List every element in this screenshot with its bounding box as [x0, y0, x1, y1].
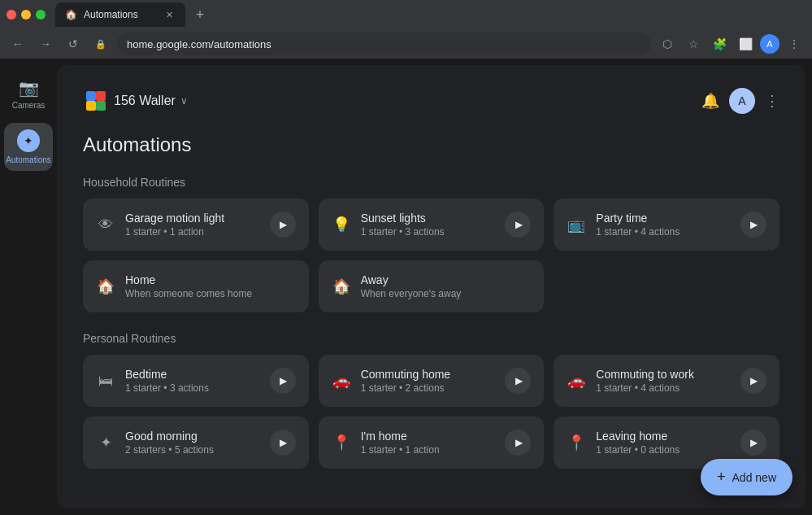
add-new-button[interactable]: + Add new — [701, 459, 792, 495]
tab-title: Automations — [84, 9, 138, 20]
add-new-label: Add new — [732, 471, 776, 484]
play-button-im-home[interactable]: ▶ — [505, 430, 531, 456]
routine-icon-sunset: 💡 — [332, 216, 351, 233]
sidebar-item-cameras[interactable]: 📷 Cameras — [4, 72, 53, 116]
minimize-button[interactable] — [21, 10, 31, 20]
routine-card-away[interactable]: 🏠 Away When everyone's away — [319, 260, 545, 312]
play-icon: ▶ — [750, 375, 758, 386]
play-button-bedtime[interactable]: ▶ — [270, 368, 296, 394]
routine-card-garage-motion-light[interactable]: 👁 Garage motion light 1 starter • 1 acti… — [83, 199, 309, 251]
sidebar-item-automations[interactable]: ✦ Automations — [4, 123, 53, 171]
routine-card-party-time[interactable]: 📺 Party time 1 starter • 4 actions ▶ — [554, 199, 779, 251]
routine-name-good-morning: Good morning — [125, 430, 260, 443]
browser-chrome: 🏠 Automations ✕ + ← → ↺ 🔒 ⬡ ☆ 🧩 ⬜ A ⋮ — [0, 0, 812, 59]
svg-rect-0 — [86, 91, 96, 101]
main-area: 156 Waller ∨ 🔔 A ⋮ Automations Household… — [57, 59, 812, 515]
play-button-good-morning[interactable]: ▶ — [270, 430, 296, 456]
routine-name-sunset: Sunset lights — [361, 212, 496, 225]
routine-info-commuting-home: Commuting home 1 starter • 2 actions — [361, 368, 496, 394]
tab-favicon: 🏠 — [65, 9, 77, 20]
tab-switcher-button[interactable]: ⬜ — [734, 33, 757, 55]
routine-card-good-morning[interactable]: ✦ Good morning 2 starters • 5 actions ▶ — [83, 417, 309, 469]
routine-card-sunset-lights[interactable]: 💡 Sunset lights 1 starter • 3 actions ▶ — [319, 199, 545, 251]
play-button-party[interactable]: ▶ — [740, 212, 766, 238]
google-home-logo — [83, 88, 109, 114]
routine-info-home: Home When someone comes home — [125, 273, 296, 299]
routine-info-bedtime: Bedtime 1 starter • 3 actions — [125, 368, 260, 394]
routine-detail-garage: 1 starter • 1 action — [125, 226, 260, 238]
app-header: 156 Waller ∨ 🔔 A ⋮ — [83, 88, 779, 120]
routine-card-bedtime[interactable]: 🛏 Bedtime 1 starter • 3 actions ▶ — [83, 355, 309, 407]
personal-routines-section: Personal Routines 🛏 Bedtime 1 starter • … — [83, 332, 779, 469]
routine-info-good-morning: Good morning 2 starters • 5 actions — [125, 430, 260, 456]
play-button-leaving-home[interactable]: ▶ — [740, 430, 766, 456]
back-button[interactable]: ← — [7, 33, 29, 55]
bookmark-button[interactable]: ⬡ — [656, 33, 679, 55]
play-icon: ▶ — [280, 437, 287, 448]
play-icon: ▶ — [515, 375, 523, 386]
play-icon: ▶ — [750, 437, 758, 448]
close-button[interactable] — [7, 10, 16, 20]
more-options-button[interactable]: ⋮ — [765, 92, 779, 110]
routine-card-commuting-to-work[interactable]: 🚗 Commuting to work 1 starter • 4 action… — [554, 355, 779, 407]
app-container: 📷 Cameras ✦ Automations — [0, 59, 812, 515]
routine-icon-leaving-home: 📍 — [567, 434, 586, 452]
browser-menu-button[interactable]: ⋮ — [783, 33, 805, 55]
routine-detail-im-home: 1 starter • 1 action — [361, 444, 496, 456]
notifications-button[interactable]: 🔔 — [701, 92, 719, 110]
home-selector[interactable]: 156 Waller ∨ — [83, 88, 188, 114]
routine-name-im-home: I'm home — [361, 430, 496, 443]
routine-info-garage: Garage motion light 1 starter • 1 action — [125, 212, 260, 238]
chevron-down-icon: ∨ — [180, 95, 188, 107]
routine-card-commuting-home[interactable]: 🚗 Commuting home 1 starter • 2 actions ▶ — [319, 355, 545, 407]
automations-icon: ✦ — [17, 129, 40, 152]
star-button[interactable]: ☆ — [682, 33, 705, 55]
refresh-button[interactable]: ↺ — [62, 33, 85, 55]
svg-rect-3 — [96, 101, 106, 111]
main-content: 156 Waller ∨ 🔔 A ⋮ Automations Household… — [57, 65, 805, 508]
sidebar-label-cameras: Cameras — [12, 101, 46, 110]
routine-name-leaving-home: Leaving home — [596, 430, 731, 443]
routine-card-im-home[interactable]: 📍 I'm home 1 starter • 1 action ▶ — [319, 417, 545, 469]
household-routines-title: Household Routines — [83, 176, 779, 189]
play-button-commuting-work[interactable]: ▶ — [740, 368, 766, 394]
play-icon: ▶ — [515, 219, 523, 230]
forward-button[interactable]: → — [34, 33, 57, 55]
browser-actions: ⬡ ☆ 🧩 ⬜ A ⋮ — [656, 33, 805, 55]
browser-profile-avatar[interactable]: A — [760, 34, 779, 54]
routine-icon-commuting-work: 🚗 — [567, 372, 586, 390]
routine-detail-commuting-work: 1 starter • 4 actions — [596, 382, 731, 394]
routine-name-away: Away — [361, 273, 532, 286]
play-button-garage[interactable]: ▶ — [270, 212, 296, 238]
play-button-commuting-home[interactable]: ▶ — [505, 368, 531, 394]
plus-icon: + — [717, 469, 726, 486]
fullscreen-button[interactable] — [36, 10, 46, 20]
routine-info-leaving-home: Leaving home 1 starter • 0 actions — [596, 430, 731, 456]
play-button-sunset[interactable]: ▶ — [505, 212, 531, 238]
routine-detail-bedtime: 1 starter • 3 actions — [125, 382, 260, 394]
user-avatar[interactable]: A — [729, 88, 755, 114]
address-bar-row: ← → ↺ 🔒 ⬡ ☆ 🧩 ⬜ A ⋮ — [0, 29, 812, 59]
header-actions: 🔔 A ⋮ — [701, 88, 779, 114]
routine-detail-away: When everyone's away — [361, 288, 532, 299]
tab-close-button[interactable]: ✕ — [163, 8, 176, 21]
new-tab-button[interactable]: + — [189, 3, 211, 26]
play-icon: ▶ — [280, 219, 287, 230]
routine-icon-im-home: 📍 — [332, 434, 351, 452]
address-input[interactable] — [117, 33, 651, 55]
routine-icon-away: 🏠 — [332, 277, 351, 295]
sidebar: 📷 Cameras ✦ Automations — [0, 59, 57, 515]
svg-rect-2 — [86, 101, 96, 111]
routine-card-home[interactable]: 🏠 Home When someone comes home — [83, 260, 309, 312]
routine-detail-sunset: 1 starter • 3 actions — [361, 226, 496, 238]
extensions-button[interactable]: 🧩 — [708, 33, 731, 55]
household-routines-grid: 👁 Garage motion light 1 starter • 1 acti… — [83, 199, 779, 312]
page-title: Automations — [83, 133, 779, 156]
active-tab[interactable]: 🏠 Automations ✕ — [55, 2, 185, 27]
routine-detail-home: When someone comes home — [125, 288, 296, 299]
routine-detail-good-morning: 2 starters • 5 actions — [125, 444, 260, 456]
routine-detail-leaving-home: 1 starter • 0 actions — [596, 444, 731, 456]
svg-rect-1 — [96, 91, 106, 101]
play-icon: ▶ — [515, 437, 523, 448]
routine-info-away: Away When everyone's away — [361, 273, 532, 299]
